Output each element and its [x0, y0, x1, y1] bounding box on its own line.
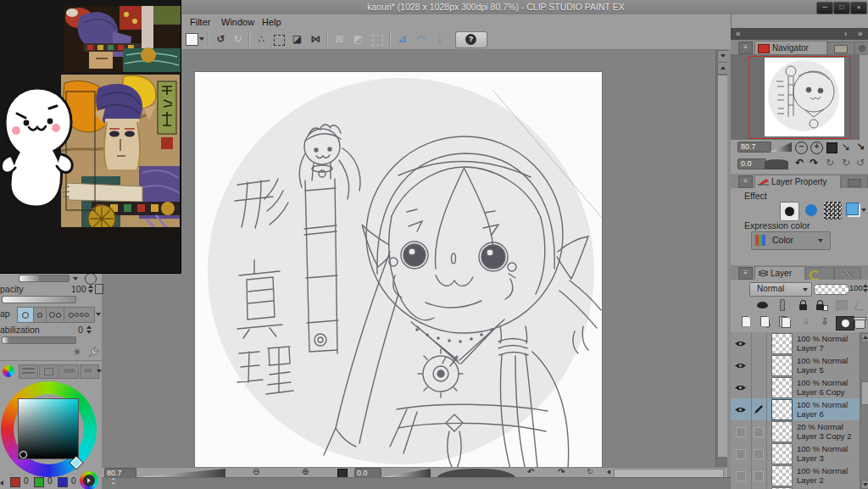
antialias-middle-option[interactable] — [47, 308, 64, 322]
color-set-tab[interactable] — [39, 364, 58, 379]
layer-name[interactable]: Layer 6 Copy — [797, 387, 845, 397]
navigator-zoom-slider[interactable] — [770, 142, 792, 152]
layer-scroll-thumb[interactable] — [861, 381, 868, 405]
layer-name[interactable]: Layer 5 — [797, 365, 824, 375]
blue-value[interactable]: 0 — [71, 476, 76, 486]
lock-layer-icon[interactable] — [795, 298, 810, 312]
opacity-stepper[interactable] — [88, 285, 93, 293]
layer-scroll-down-button[interactable] — [861, 480, 868, 489]
collapse-chevron-icon[interactable]: ⌃⌃ — [110, 480, 117, 488]
edit-cell[interactable] — [751, 420, 767, 442]
visibility-cell[interactable] — [731, 442, 752, 464]
effect-dropdown-icon[interactable] — [861, 208, 866, 212]
drawing-canvas[interactable]: 形真理 — [195, 72, 602, 467]
edit-cell[interactable] — [751, 376, 767, 398]
layer-color-icon[interactable] — [846, 203, 859, 215]
navigator-preview-zone[interactable] — [731, 54, 860, 140]
nav-zoom-out-icon[interactable]: − — [795, 142, 808, 154]
effect-halftone-icon[interactable] — [824, 202, 842, 219]
new-raster-layer-icon[interactable] — [738, 314, 754, 328]
layer-name[interactable]: Layer 6 — [797, 409, 824, 419]
dock-scroll-right-icon[interactable]: › — [844, 28, 847, 39]
menu-help[interactable]: Help — [259, 16, 285, 28]
tab-layer-comp[interactable] — [805, 267, 834, 280]
layer-row[interactable]: 100 % Normal Layer 2 — [731, 464, 860, 487]
nav-rotate-cw-icon[interactable]: ↷ — [810, 157, 818, 169]
expression-color-dropdown[interactable]: Color — [751, 231, 831, 250]
nav-zoom-in-icon[interactable]: + — [810, 142, 823, 154]
layer-row-selected[interactable]: 100 % Normal Layer 6 — [731, 398, 860, 421]
zoom-in-icon[interactable]: ⊕ — [302, 467, 309, 477]
vertical-scroll-thumb[interactable] — [717, 75, 727, 458]
menu-filter[interactable]: Filter — [186, 16, 214, 28]
nav-rotate-ccw-icon[interactable]: ↶ — [795, 157, 804, 169]
visibility-cell[interactable] — [731, 332, 752, 354]
layer-name[interactable]: Layer 7 — [797, 343, 824, 353]
minimize-button[interactable]: ─ — [816, 2, 833, 14]
dock-expand-right-icon[interactable]: » — [858, 28, 863, 39]
color-slider-tab[interactable] — [19, 364, 38, 379]
color-bar-left-arrow[interactable] — [0, 481, 3, 486]
tab-layer-property[interactable]: Layer Property — [754, 175, 841, 188]
nav-reset-all-icon[interactable]: ↺ — [856, 157, 865, 169]
edit-cell[interactable] — [751, 332, 767, 354]
nav-flip-horizontal-icon[interactable]: ↘ — [842, 141, 850, 153]
reset-rotation-icon[interactable]: ↻ — [587, 467, 593, 477]
opacity-slider[interactable] — [2, 296, 76, 303]
panel-menu-icon[interactable]: ≡ — [738, 42, 753, 54]
new-layer-folder-icon[interactable] — [777, 314, 793, 328]
canvas-viewport[interactable]: 形真理 — [102, 49, 727, 467]
tab-layer[interactable]: Layer — [754, 266, 805, 280]
visibility-cell[interactable] — [731, 420, 752, 442]
zoom-slider[interactable] — [137, 469, 225, 477]
red-value[interactable]: 0 — [24, 476, 29, 486]
opacity-value[interactable]: 100 — [71, 284, 86, 294]
maximize-button[interactable]: □ — [833, 2, 850, 14]
spray-effect-icon[interactable]: ✳ — [73, 347, 81, 358]
navigator-zoom-value[interactable]: 80.7 — [737, 142, 771, 153]
layer-opacity-slider[interactable] — [814, 284, 849, 295]
redo-icon[interactable]: ↻ — [230, 31, 246, 47]
color-wheel-mini-button[interactable] — [80, 471, 98, 489]
tab-tool-navigation[interactable] — [841, 175, 868, 188]
visibility-cell[interactable] — [731, 354, 752, 376]
layer-name[interactable]: Layer 2 — [797, 475, 824, 485]
canvas-vertical-scrollbar[interactable] — [715, 49, 727, 467]
stabilization-slider[interactable] — [2, 336, 76, 344]
antialias-weak-option[interactable] — [34, 308, 47, 322]
deselect-icon[interactable]: ∴ — [253, 31, 270, 47]
select-area-icon[interactable] — [274, 35, 285, 46]
opacity-dynamics-icon[interactable] — [95, 284, 103, 294]
panel-menu-icon[interactable]: ≡ — [738, 175, 753, 188]
nav-fit-icon[interactable] — [826, 142, 837, 153]
tab-item-bank[interactable] — [854, 42, 868, 54]
rotation-slider[interactable] — [381, 469, 431, 477]
layer-row[interactable]: 100 % Normal Layer 3 — [731, 442, 860, 465]
dock-collapse-left-icon[interactable]: « — [736, 28, 741, 39]
visibility-cell[interactable] — [731, 398, 752, 420]
undo-icon[interactable]: ↺ — [213, 31, 229, 47]
stabilization-stepper[interactable] — [86, 325, 92, 334]
wrench-settings-icon[interactable] — [88, 346, 100, 358]
fill-selection-icon[interactable]: ◪ — [289, 31, 305, 47]
transform-icon[interactable]: ⋈ — [308, 31, 324, 47]
edit-cell[interactable] — [751, 354, 767, 376]
nav-reset-icon[interactable]: ↻ — [826, 157, 834, 169]
layer-name[interactable]: Layer 3 Copy 2 — [797, 431, 851, 441]
lock-transparent-pixels-icon[interactable] — [815, 298, 830, 312]
layer-scroll-up-button[interactable] — [861, 333, 868, 342]
clip-to-layer-below-icon[interactable] — [754, 298, 770, 312]
snap-ruler-icon[interactable]: ⊿ — [394, 31, 410, 47]
rotate-cw-icon[interactable]: ↷ — [558, 467, 565, 477]
panel-menu-icon[interactable]: ≡ — [738, 267, 753, 280]
snap-curve-icon[interactable]: ◠ — [413, 31, 429, 47]
antialiasing-dropdown-icon[interactable] — [96, 313, 101, 316]
green-value[interactable]: 0 — [47, 476, 53, 486]
layer-thumbnail[interactable] — [771, 465, 793, 486]
layer-row[interactable]: 100 % Normal Layer 5 — [731, 354, 860, 377]
brush-size-slider[interactable] — [19, 275, 70, 282]
layer-row[interactable]: 100 % Normal Layer 7 — [731, 332, 860, 355]
color-tabs-dropdown-icon[interactable] — [97, 370, 102, 373]
paper-color-icon[interactable] — [186, 33, 198, 46]
visibility-cell[interactable] — [731, 376, 752, 398]
